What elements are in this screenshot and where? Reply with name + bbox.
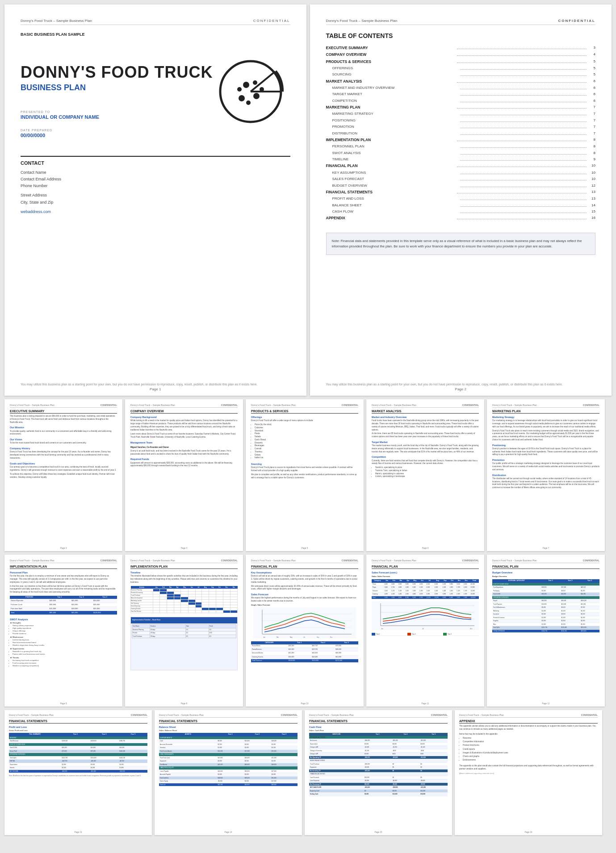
toc-item: COMPANY OVERVIEW4 <box>326 51 596 58</box>
toc-item: FINANCIAL STATEMENTS13 <box>326 189 596 196</box>
page5-header: Donny's Food Truck – Sample Business Pla… <box>251 404 358 408</box>
page2-doc-title: Donny's Food Truck – Sample Business Pla… <box>326 19 398 23</box>
page10-header: Donny's Food Truck – Sample Business Pla… <box>251 559 358 563</box>
toc-title: TABLE OF CONTENTS <box>326 32 596 39</box>
toc-item: KEY ASSUMPTIONS10 <box>326 170 596 176</box>
toc-item: PERSONNEL PLAN8 <box>326 143 596 150</box>
toc-item: DISTRIBUTION7 <box>326 130 596 137</box>
page-4: Donny's Food Truck – Sample Business Pla… <box>125 399 243 551</box>
svg-point-9 <box>237 87 242 92</box>
toc-item: POSITIONING7 <box>326 117 596 124</box>
page1-footer: You may utilize this business plan as a … <box>21 382 290 387</box>
page-1-cover: Donny's Food Truck – Sample Business Pla… <box>4 4 306 396</box>
page2-number: Page 2 <box>455 387 466 391</box>
page-7: Donny's Food Truck – Sample Business Pla… <box>487 399 605 551</box>
page11-header: Donny's Food Truck – Sample Business Pla… <box>372 559 479 563</box>
page12-header: Donny's Food Truck – Sample Business Pla… <box>492 559 599 563</box>
page-14: Donny's Food Truck – Sample Business Pla… <box>155 710 302 835</box>
toc-item: MARKET AND INDUSTRY OVERVIEW6 <box>326 85 596 91</box>
main-container: Donny's Food Truck – Sample Business Pla… <box>0 0 616 840</box>
page1-confidential: CONFIDENTIAL <box>253 19 290 23</box>
toc-item: COMPETITION6 <box>326 98 596 104</box>
toc-note: Note: Financial data and statements prov… <box>326 233 596 255</box>
svg-text:Mar: Mar <box>277 636 279 638</box>
toc-item: FINANCIAL PLAN10 <box>326 163 596 169</box>
page-15: Donny's Food Truck – Sample Business Pla… <box>305 710 452 835</box>
svg-text:Jan: Jan <box>381 628 383 630</box>
svg-text:May: May <box>290 636 293 638</box>
page-16: Donny's Food Truck – Sample Business Pla… <box>455 710 602 835</box>
page-6: Donny's Food Truck – Sample Business Pla… <box>366 399 484 551</box>
svg-text:Nov: Nov <box>330 636 333 638</box>
page1-subtitle-header: BASIC BUSINESS PLAN SAMPLE <box>21 32 290 37</box>
pizza-icon <box>217 58 284 127</box>
date-section: DATE PREPARED 00/00/0000 <box>21 129 290 138</box>
page8-header: Donny's Food Truck – Sample Business Pla… <box>10 559 117 563</box>
toc-item: SWOT ANALYSIS8 <box>326 150 596 156</box>
page-9: Donny's Food Truck – Sample Business Pla… <box>125 555 243 707</box>
toc-item: EXECUTIVE SUMMARY3 <box>326 45 596 51</box>
svg-point-6 <box>253 80 257 85</box>
page-11: Donny's Food Truck – Sample Business Pla… <box>366 555 484 707</box>
toc-item: MARKETING STRATEGY7 <box>326 111 596 117</box>
page1-doc-title: Donny's Food Truck – Sample Business Pla… <box>21 19 92 23</box>
page10-body: Key Assumptions Donny's will sell at an … <box>251 571 358 663</box>
page13-header: Donny's Food Truck – Sample Business Pla… <box>9 714 147 718</box>
page7-body: Marketing Strategy Our marketing strateg… <box>492 415 599 489</box>
svg-text:Sep: Sep <box>317 636 319 638</box>
toc-item: MARKET ANALYSIS6 <box>326 78 596 85</box>
toc-list: EXECUTIVE SUMMARY3COMPANY OVERVIEW4PRODU… <box>326 45 596 222</box>
toc-item: OFFERINGS5 <box>326 65 596 71</box>
svg-text:Dec: Dec <box>470 628 473 630</box>
timeline-screenshot: Implementation Timeline – Gantt View Tas… <box>130 617 238 670</box>
page-8: Donny's Food Truck – Sample Business Pla… <box>4 555 122 707</box>
toc-item: SOURCING5 <box>326 71 596 78</box>
page12-body: Budget Overview Budget Overview EXPENSE … <box>492 571 599 633</box>
toc-item: SALES FORECAST10 <box>326 176 596 182</box>
page-13: Donny's Food Truck – Sample Business Pla… <box>4 710 152 835</box>
page-10: Donny's Food Truck – Sample Business Pla… <box>246 555 364 707</box>
svg-text:Jul: Jul <box>422 628 424 630</box>
toc-item: TARGET MARKET6 <box>326 91 596 97</box>
toc-item: APPENDIX16 <box>326 215 596 222</box>
page3-body: This business plan is being prepared to … <box>10 415 117 479</box>
small-pages-row-2: Donny's Food Truck – Sample Business Pla… <box>4 555 612 707</box>
small-pages-row-1: Donny's Food Truck – Sample Business Pla… <box>4 399 612 551</box>
page-5: Donny's Food Truck – Sample Business Pla… <box>246 399 364 551</box>
page13-body: Profit and Loss Gross Profit and Loss P&… <box>9 725 147 777</box>
page1-number: Page 1 <box>150 387 161 391</box>
top-pages-row: Donny's Food Truck – Sample Business Pla… <box>4 4 612 396</box>
monthly-chart: Jan Jul Dec <box>372 601 479 630</box>
page6-body: Market and Industry Overview Food trucks… <box>372 415 479 478</box>
page2-footer: You may utilize this business plan as a … <box>326 382 596 387</box>
page-12: Donny's Food Truck – Sample Business Pla… <box>487 555 605 707</box>
toc-item: PRODUCTS & SERVICES5 <box>326 59 596 65</box>
svg-point-3 <box>243 82 249 88</box>
toc-item: TIMELINE9 <box>326 156 596 163</box>
bottom-pages-row: Donny's Food Truck – Sample Business Pla… <box>4 710 612 835</box>
contact-section: CONTACT Contact Name Contact Email Addre… <box>21 156 290 216</box>
page9-body: Timeline The timeline illustrated below … <box>130 571 238 670</box>
toc-item: BALANCE SHEET14 <box>326 202 596 209</box>
page2-header: Donny's Food Truck – Sample Business Pla… <box>326 19 596 25</box>
page-2-toc: Donny's Food Truck – Sample Business Pla… <box>310 4 612 396</box>
page11-body: Sales Forecast (cont.) Sales: Sales Fore… <box>372 571 479 636</box>
page5-body: Offerings Donny's Food Truck will offer … <box>251 415 358 479</box>
page8-body: Personnel Plan For the first year, the p… <box>10 571 117 667</box>
svg-text:Jan: Jan <box>263 636 265 638</box>
page16-body: The appendix section allows you to add a… <box>459 725 598 775</box>
page2-confidential: CONFIDENTIAL <box>558 19 595 23</box>
page15-body: Cash Flow Sales: Cash Flow CASH FLOWYear… <box>309 725 448 796</box>
page16-header: Donny's Food Truck – Sample Business Pla… <box>459 714 598 718</box>
toc-item: PROMOTION7 <box>326 124 596 130</box>
page3-header: Donny's Food Truck – Sample Business Pla… <box>10 404 117 408</box>
toc-item: IMPLEMENTATION PLAN8 <box>326 137 596 143</box>
svg-point-7 <box>246 100 251 105</box>
page9-header: Donny's Food Truck – Sample Business Pla… <box>130 559 238 563</box>
page1-header: Donny's Food Truck – Sample Business Pla… <box>21 19 290 25</box>
svg-point-5 <box>239 95 245 101</box>
svg-text:Jul: Jul <box>303 636 305 638</box>
page4-body: Company Background While looking to fill… <box>130 415 238 468</box>
toc-item: MARKETING PLAN7 <box>326 104 596 111</box>
contact-details: Contact Name Contact Email Address Phone… <box>21 169 290 216</box>
